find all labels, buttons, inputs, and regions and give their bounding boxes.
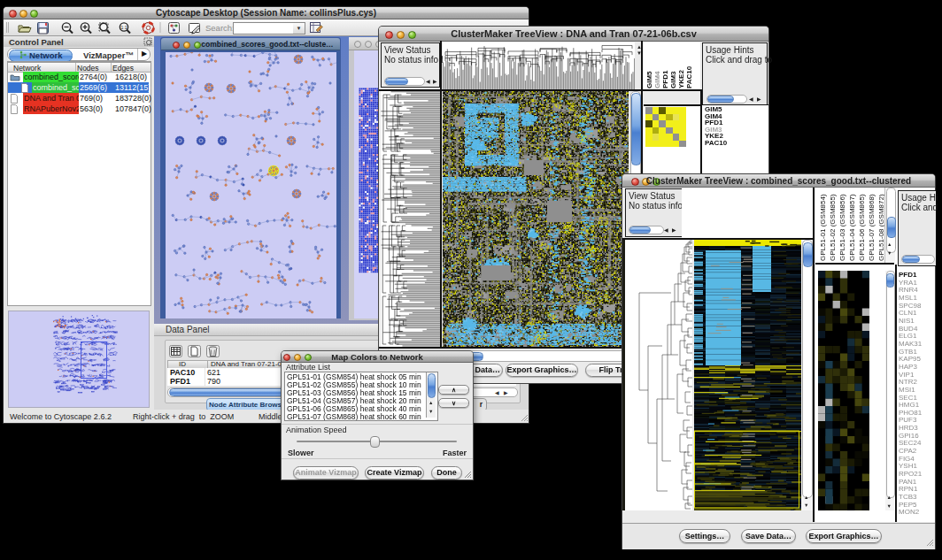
svg-text:1:1: 1:1 bbox=[121, 25, 127, 30]
